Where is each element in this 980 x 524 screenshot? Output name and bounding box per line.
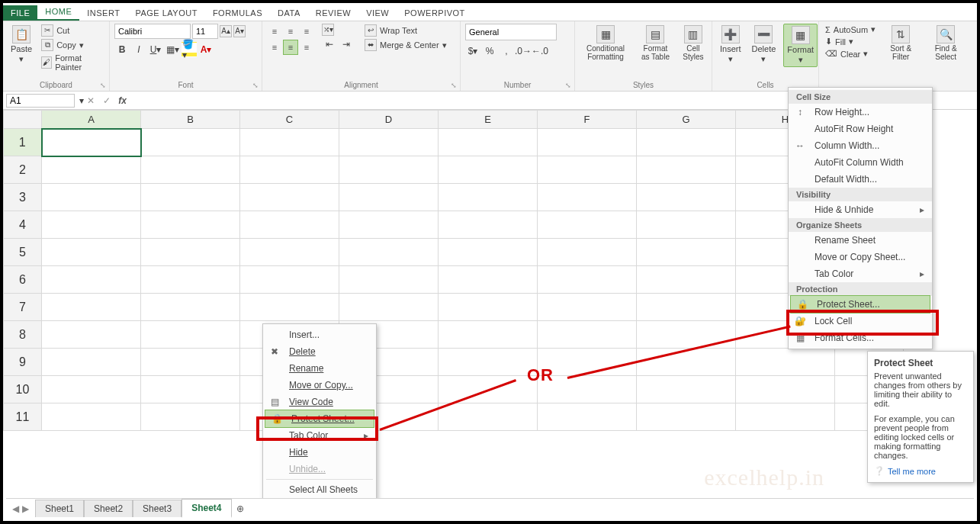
sort-filter-button[interactable]: ⇅Sort & Filter bbox=[882, 24, 920, 63]
ctx-hide[interactable]: Hide bbox=[263, 444, 376, 461]
decrease-decimal[interactable]: ←.0 bbox=[532, 43, 548, 59]
tab-view[interactable]: VIEW bbox=[358, 5, 397, 21]
row-header-1[interactable]: 1 bbox=[4, 129, 42, 156]
font-color-button[interactable]: A▾ bbox=[198, 42, 214, 57]
decrease-indent[interactable]: ⇤ bbox=[322, 37, 337, 52]
row-header-7[interactable]: 7 bbox=[4, 294, 42, 321]
cut-button[interactable]: ✂Cut bbox=[40, 24, 104, 37]
delete-cells-button[interactable]: ➖Delete▾ bbox=[749, 24, 779, 66]
fmt-hide-unhide[interactable]: Hide & Unhide▸ bbox=[789, 201, 932, 218]
font-dialog-launcher[interactable]: ⤡ bbox=[252, 82, 260, 89]
align-bottom[interactable]: ≡ bbox=[299, 24, 314, 39]
fill-button[interactable]: ⬇Fill ▾ bbox=[824, 36, 877, 47]
row-header-4[interactable]: 4 bbox=[4, 211, 42, 239]
wrap-text-button[interactable]: ↩Wrap Text bbox=[363, 24, 448, 37]
ctx-insert[interactable]: Insert... bbox=[263, 326, 376, 343]
tooltip-tell-me-more[interactable]: ❔Tell me more bbox=[874, 466, 967, 476]
bold-button[interactable]: B bbox=[114, 42, 130, 57]
decrease-font-icon[interactable]: A▾ bbox=[233, 25, 246, 37]
col-header-E[interactable]: E bbox=[439, 111, 538, 129]
ctx-view-code[interactable]: ▤View Code bbox=[263, 394, 376, 410]
sheet-tab-2[interactable]: Sheet2 bbox=[84, 500, 133, 517]
increase-font-icon[interactable]: A▴ bbox=[220, 25, 232, 37]
format-as-table-button[interactable]: ▤Format as Table bbox=[636, 24, 675, 63]
underline-button[interactable]: U ▾ bbox=[148, 42, 163, 57]
cell-A1[interactable] bbox=[42, 129, 141, 156]
align-middle[interactable]: ≡ bbox=[283, 24, 298, 39]
row-header-2[interactable]: 2 bbox=[4, 156, 42, 184]
paste-button[interactable]: 📋 Paste ▾ bbox=[8, 24, 35, 66]
merge-center-button[interactable]: ⬌Merge & Center ▾ bbox=[363, 38, 448, 52]
col-header-G[interactable]: G bbox=[637, 111, 736, 129]
sheet-tab-4[interactable]: Sheet4 bbox=[182, 499, 231, 518]
row-header-6[interactable]: 6 bbox=[4, 266, 42, 294]
fmt-format-cells[interactable]: ▦Format Cells... bbox=[789, 330, 932, 346]
row-header-3[interactable]: 3 bbox=[4, 184, 42, 211]
font-name-input[interactable] bbox=[114, 24, 191, 39]
tab-review[interactable]: REVIEW bbox=[308, 5, 358, 21]
number-dialog-launcher[interactable]: ⤡ bbox=[565, 82, 573, 89]
clipboard-dialog-launcher[interactable]: ⤡ bbox=[100, 82, 108, 89]
format-cells-button[interactable]: ▦Format▾ bbox=[783, 24, 818, 67]
ctx-select-all-sheets[interactable]: Select All Sheets bbox=[263, 481, 376, 498]
orientation-button[interactable]: ⤭▾ bbox=[322, 24, 334, 36]
fmt-column-width[interactable]: ↔Column Width... bbox=[789, 137, 932, 154]
cancel-icon[interactable]: ✕ bbox=[87, 95, 95, 106]
row-header-11[interactable]: 11 bbox=[4, 403, 42, 431]
fmt-rename-sheet[interactable]: Rename Sheet bbox=[789, 232, 932, 249]
ctx-protect-sheet[interactable]: 🔒Protect Sheet... bbox=[265, 410, 374, 428]
col-header-D[interactable]: D bbox=[339, 111, 439, 129]
sheet-tab-1[interactable]: Sheet1 bbox=[35, 500, 84, 517]
tab-file[interactable]: FILE bbox=[3, 5, 37, 21]
italic-button[interactable]: I bbox=[131, 42, 146, 57]
insert-cells-button[interactable]: ➕Insert▾ bbox=[717, 24, 744, 66]
fmt-tab-color[interactable]: Tab Color▸ bbox=[789, 265, 932, 282]
percent-button[interactable]: % bbox=[482, 43, 497, 59]
fill-color-button[interactable]: 🪣▾ bbox=[182, 42, 197, 57]
select-all-corner[interactable] bbox=[4, 111, 42, 129]
fx-icon[interactable]: fx bbox=[118, 95, 127, 106]
clear-button[interactable]: ⌫Clear ▾ bbox=[824, 48, 877, 59]
autosum-button[interactable]: ΣAutoSum ▾ bbox=[824, 24, 877, 35]
conditional-formatting-button[interactable]: ▦Conditional Formatting bbox=[580, 24, 631, 63]
row-header-5[interactable]: 5 bbox=[4, 239, 42, 266]
number-format-select[interactable] bbox=[465, 24, 557, 40]
copy-button[interactable]: ⧉Copy ▾ bbox=[40, 38, 104, 52]
tab-formulas[interactable]: FORMULAS bbox=[205, 5, 270, 21]
col-header-A[interactable]: A bbox=[42, 111, 141, 129]
row-header-8[interactable]: 8 bbox=[4, 321, 42, 349]
name-box[interactable] bbox=[6, 94, 75, 108]
increase-decimal[interactable]: .0→ bbox=[516, 43, 531, 59]
col-header-B[interactable]: B bbox=[141, 111, 240, 129]
tab-insert[interactable]: INSERT bbox=[79, 5, 127, 21]
col-header-C[interactable]: C bbox=[240, 111, 339, 129]
col-header-F[interactable]: F bbox=[538, 111, 637, 129]
ctx-unhide[interactable]: Unhide... bbox=[263, 461, 376, 477]
accounting-button[interactable]: $▾ bbox=[465, 43, 480, 59]
tab-page-layout[interactable]: PAGE LAYOUT bbox=[127, 5, 205, 21]
sheet-nav-prev[interactable]: ◀ bbox=[12, 503, 19, 514]
comma-button[interactable]: , bbox=[499, 43, 514, 59]
border-button[interactable]: ▦▾ bbox=[165, 42, 180, 57]
fmt-protect-sheet[interactable]: 🔒Protect Sheet... bbox=[790, 295, 930, 313]
ctx-delete[interactable]: ✖Delete bbox=[263, 343, 376, 360]
row-header-10[interactable]: 10 bbox=[4, 376, 42, 403]
ctx-tab-color[interactable]: Tab Color▸ bbox=[263, 427, 376, 444]
align-left[interactable]: ≡ bbox=[267, 40, 282, 55]
fmt-lock-cell[interactable]: 🔐Lock Cell bbox=[789, 313, 932, 330]
fmt-default-width[interactable]: Default Width... bbox=[789, 171, 932, 188]
cell-styles-button[interactable]: ▥Cell Styles bbox=[680, 24, 707, 63]
ctx-move-copy[interactable]: Move or Copy... bbox=[263, 377, 376, 394]
sheet-nav-next[interactable]: ▶ bbox=[22, 503, 29, 514]
fmt-move-copy[interactable]: Move or Copy Sheet... bbox=[789, 249, 932, 265]
align-top[interactable]: ≡ bbox=[267, 24, 282, 39]
increase-indent[interactable]: ⇥ bbox=[339, 37, 354, 52]
find-select-button[interactable]: 🔍Find & Select bbox=[924, 24, 967, 63]
sheet-tab-3[interactable]: Sheet3 bbox=[133, 500, 182, 517]
align-right[interactable]: ≡ bbox=[299, 40, 314, 55]
ctx-rename[interactable]: Rename bbox=[263, 360, 376, 377]
fmt-row-height[interactable]: ↕Row Height... bbox=[789, 104, 932, 121]
tab-home[interactable]: HOME bbox=[37, 4, 79, 21]
format-painter-button[interactable]: 🖌Format Painter bbox=[40, 53, 104, 72]
add-sheet-button[interactable]: ⊕ bbox=[236, 503, 244, 514]
